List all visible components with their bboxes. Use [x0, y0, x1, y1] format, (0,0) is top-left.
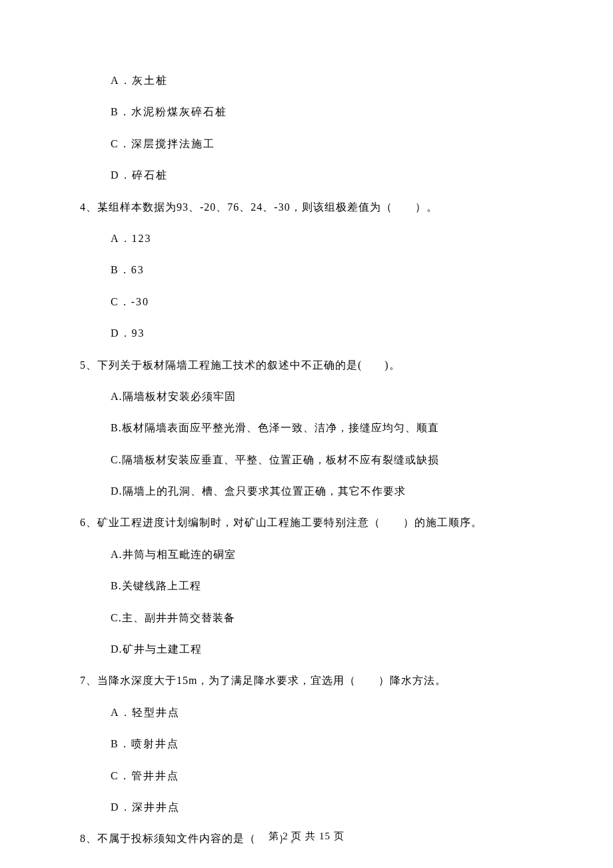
option-4d: D．93 [111, 326, 533, 341]
option-b: B．水泥粉煤灰碎石桩 [111, 105, 533, 119]
option-6a: A.井筒与相互毗连的硐室 [111, 547, 533, 562]
option-7a: A．轻型井点 [111, 705, 533, 720]
option-5a: A.隔墙板材安装必须牢固 [111, 389, 533, 404]
question-7: 7、当降水深度大于15m，为了满足降水要求，宜选用（ ）降水方法。 [80, 673, 533, 688]
option-6b: B.关键线路上工程 [111, 579, 533, 593]
option-6d: D.矿井与土建工程 [111, 642, 533, 657]
question-5: 5、下列关于板材隔墙工程施工技术的叙述中不正确的是( )。 [80, 358, 533, 373]
option-5c: C.隔墙板材安装应垂直、平整、位置正确，板材不应有裂缝或缺损 [111, 453, 533, 467]
option-4b: B．63 [111, 263, 533, 277]
option-c: C．深层搅拌法施工 [111, 137, 533, 151]
question-4: 4、某组样本数据为93、-20、76、24、-30，则该组极差值为（ ）。 [80, 200, 533, 215]
page-content: A．灰土桩 B．水泥粉煤灰碎石桩 C．深层搅拌法施工 D．碎石桩 4、某组样本数… [0, 0, 613, 847]
option-4a: A．123 [111, 231, 533, 246]
page-footer: 第 2 页 共 15 页 [0, 829, 613, 843]
question-6: 6、矿业工程进度计划编制时，对矿山工程施工要特别注意（ ）的施工顺序。 [80, 515, 533, 530]
option-5d: D.隔墙上的孔洞、槽、盒只要求其位置正确，其它不作要求 [111, 484, 533, 499]
option-7b: B．喷射井点 [111, 737, 533, 751]
option-6c: C.主、副井井筒交替装备 [111, 611, 533, 625]
option-4c: C．-30 [111, 295, 533, 309]
option-5b: B.板材隔墙表面应平整光滑、色泽一致、洁净，接缝应均匀、顺直 [111, 421, 533, 435]
option-a: A．灰土桩 [111, 73, 533, 88]
option-d: D．碎石桩 [111, 168, 533, 183]
option-7d: D．深井井点 [111, 800, 533, 815]
option-7c: C．管井井点 [111, 769, 533, 783]
